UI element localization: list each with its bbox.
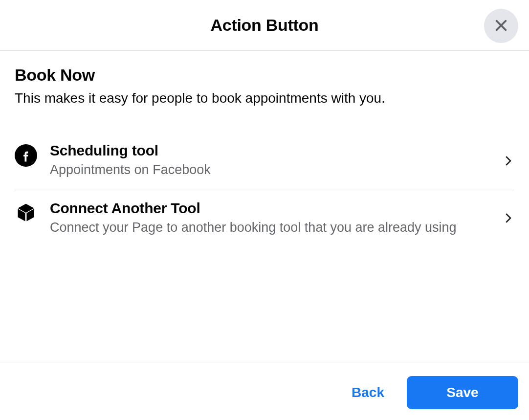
option-scheduling-tool[interactable]: Scheduling tool Appointments on Facebook: [15, 133, 514, 190]
close-button[interactable]: [484, 9, 518, 43]
facebook-icon: [15, 144, 37, 167]
option-desc: Appointments on Facebook: [50, 161, 490, 178]
modal-title: Action Button: [211, 16, 319, 35]
close-icon: [493, 18, 509, 35]
modal-footer: Back Save: [0, 362, 529, 420]
option-text: Scheduling tool Appointments on Facebook: [50, 142, 490, 178]
option-desc: Connect your Page to another booking too…: [50, 219, 490, 236]
section-title: Book Now: [15, 66, 514, 85]
option-text: Connect Another Tool Connect your Page t…: [50, 200, 490, 236]
modal-content: Book Now This makes it easy for people t…: [0, 51, 529, 362]
back-button[interactable]: Back: [352, 379, 384, 406]
chevron-right-icon: [503, 155, 514, 167]
option-connect-another-tool[interactable]: Connect Another Tool Connect your Page t…: [15, 190, 514, 247]
save-button[interactable]: Save: [407, 376, 518, 409]
option-title: Connect Another Tool: [50, 200, 490, 217]
chevron-right-icon: [503, 212, 514, 224]
section-subtitle: This makes it easy for people to book ap…: [15, 89, 514, 107]
box-icon: [15, 202, 37, 224]
modal-header: Action Button: [0, 0, 529, 51]
option-title: Scheduling tool: [50, 142, 490, 159]
